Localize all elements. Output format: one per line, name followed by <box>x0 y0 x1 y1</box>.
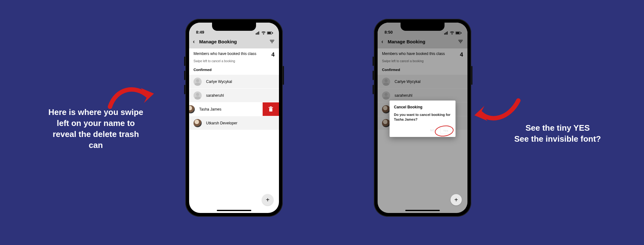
dialog-message: Do you want to cancel booking for Tasha … <box>394 112 451 122</box>
dialog-no-button[interactable]: NO <box>428 128 437 134</box>
delete-button[interactable] <box>263 102 279 116</box>
signal-icon <box>256 31 260 35</box>
member-count: 4 <box>271 52 275 58</box>
status-time: 8:49 <box>196 30 204 35</box>
avatar <box>194 119 202 127</box>
dialog-title: Cancel Booking <box>394 105 451 109</box>
cancel-booking-dialog: Cancel Booking Do you want to cancel boo… <box>390 101 456 137</box>
app-header: ‹ Manage Booking <box>189 35 279 48</box>
notch <box>401 23 445 31</box>
list-item[interactable]: saraheruhl <box>189 89 279 102</box>
svg-rect-0 <box>256 33 256 35</box>
svg-rect-2 <box>258 32 258 35</box>
member-name: Carlye Wycykal <box>206 79 232 84</box>
notch <box>212 23 256 31</box>
phone-2: 8:50 ‹ Manage Booking Members who have b… <box>374 19 471 217</box>
avatar <box>189 105 195 113</box>
member-name: Tasha James <box>199 107 221 112</box>
callout-left: Here is where you swipe left on your nam… <box>47 107 145 151</box>
battery-icon <box>267 31 273 35</box>
member-name: Utkarsh Developer <box>206 121 237 125</box>
svg-rect-11 <box>269 107 273 108</box>
callout-right-line2: See the invisible font? <box>509 133 606 144</box>
info-label: Members who have booked this class <box>194 52 256 56</box>
back-button[interactable]: ‹ <box>193 38 195 45</box>
dialog-actions: NO Yes <box>394 128 451 134</box>
trash-icon <box>268 106 273 112</box>
wifi-icon <box>261 31 266 35</box>
callout-right-line1: See the tiny YES <box>509 122 606 133</box>
list-item[interactable]: Carlye Wycykal <box>189 75 279 89</box>
status-indicators <box>256 31 273 35</box>
home-indicator <box>217 210 251 211</box>
header-title: Manage Booking <box>199 39 237 44</box>
svg-rect-12 <box>270 106 272 107</box>
list-item[interactable]: Utkarsh Developer <box>189 116 279 130</box>
add-button[interactable]: + <box>262 194 273 205</box>
swipe-hint: Swipe left to cancel a booking <box>189 59 279 66</box>
home-indicator <box>405 210 440 211</box>
section-confirmed: Confirmed <box>189 66 279 75</box>
list-item-swiped[interactable]: Tasha James <box>189 102 279 116</box>
svg-rect-10 <box>269 108 272 112</box>
avatar <box>194 91 202 100</box>
phone-1: 8:49 ‹ Manage Booking Members who have b… <box>185 19 283 217</box>
svg-rect-5 <box>268 32 271 34</box>
info-row: Members who have booked this class 4 <box>189 48 279 59</box>
callout-right: See the tiny YES See the invisible font? <box>509 122 606 144</box>
add-button[interactable]: + <box>450 194 462 205</box>
dialog-yes-button[interactable]: Yes <box>440 128 451 134</box>
svg-rect-6 <box>272 32 273 34</box>
svg-rect-3 <box>259 31 259 35</box>
member-list: Carlye Wycykal saraheruhl Tasha James Ut… <box>189 75 279 130</box>
screen-2: 8:50 ‹ Manage Booking Members who have b… <box>378 23 467 213</box>
filter-icon[interactable] <box>270 39 275 45</box>
member-name: saraheruhl <box>206 93 224 98</box>
avatar <box>194 78 202 86</box>
svg-rect-1 <box>257 33 257 35</box>
screen-1: 8:49 ‹ Manage Booking Members who have b… <box>189 23 279 213</box>
